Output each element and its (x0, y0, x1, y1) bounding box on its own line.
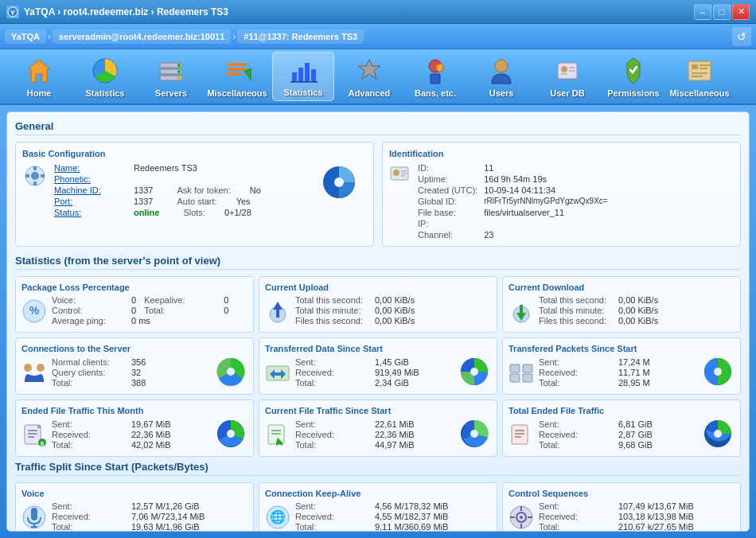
field-status-row: Status: online Slots: 0+1/28 (54, 208, 305, 217)
status-label[interactable]: Status: (54, 208, 118, 217)
stats-grid: Package Loss Percentage % Voice: 0 (15, 276, 741, 457)
cfs-sent-label: Sent: (295, 419, 367, 429)
stat-current-file-since: Current File Traffic Since Start (259, 400, 497, 457)
minimize-button[interactable]: – (694, 4, 711, 20)
addr-sep-2: › (232, 31, 236, 42)
control-data: Sent: 107,49 k/13,67 MiB Received: 103,1… (539, 501, 735, 532)
users-icon (486, 56, 516, 86)
name-label[interactable]: Name: (54, 163, 118, 173)
v-sent-label: Sent: (52, 501, 123, 511)
dl-sec-row: Total this second: 0,00 KiB/s (539, 295, 735, 305)
phonetic-label[interactable]: Phonetic: (54, 174, 118, 184)
status-value: online (134, 208, 159, 217)
window-title: YaTQA › root4.redeemer.biz › Redeemers T… (24, 6, 694, 18)
up-files-val: 0,00 KiB/s (375, 316, 415, 326)
addr-server[interactable]: serveradmin@root4.redeemer.biz:10011 (53, 29, 231, 44)
svg-point-55 (37, 364, 45, 372)
svg-rect-71 (28, 433, 37, 435)
toolbar-misc2-label: Miscellaneous (669, 88, 729, 98)
svg-rect-64 (523, 365, 532, 372)
toolbar-users[interactable]: Users (470, 52, 532, 101)
ka-sent-row: Sent: 4,56 M/178,32 MiB (295, 501, 491, 511)
svg-rect-31 (699, 64, 711, 66)
id-channel-label: Channel: (418, 230, 477, 240)
svg-rect-34 (692, 76, 703, 77)
toolbar-misc1-label: Miscellaneous (207, 88, 267, 98)
svg-point-44 (393, 170, 399, 176)
toolbar-misc2[interactable]: Miscellaneous (668, 52, 731, 101)
conn-normal-row: Normal clients: 356 (52, 357, 211, 367)
id-filebase-label: File base: (418, 208, 477, 217)
keepalive-data: Sent: 4,56 M/178,32 MiB Received: 4,55 M… (295, 501, 491, 532)
address-bar: YaTQA › serveradmin@root4.redeemer.biz:1… (0, 24, 756, 49)
home-icon (24, 56, 54, 86)
up-min-label: Total this minute: (295, 306, 367, 315)
toolbar-home[interactable]: Home (8, 52, 70, 101)
toolbar-statistics2[interactable]: Statistics (272, 52, 334, 101)
v-recv-label: Received: (52, 512, 123, 521)
stat-voice: Voice (15, 482, 254, 532)
stat-upload-body: Total this second: 0,00 KiB/s Total this… (265, 295, 491, 326)
tp-sent-label: Sent: (539, 357, 610, 367)
addr-channel[interactable]: #11@1337: Redeemers TS3 (237, 29, 364, 44)
keepalive-icon: 🌐 (265, 505, 290, 530)
name-value: Redeemers TS3 (134, 163, 197, 173)
toolbar-servers[interactable]: Servers (140, 52, 202, 101)
total-ended-file-data: Sent: 6,81 GiB Received: 2,87 GiB Total:… (539, 419, 698, 450)
toolbar-userdb[interactable]: User DB (536, 52, 598, 101)
stat-ended-file-month-body: $ Sent: 19,67 MiB Received: 22,36 MiB (21, 419, 247, 450)
tef-total-val: 9,68 GiB (618, 440, 653, 450)
stat-transferred-data-title: Transferred Data Since Start (265, 344, 491, 353)
window-controls: – □ ✕ (694, 4, 750, 20)
svg-point-42 (334, 177, 344, 187)
stat-control-body: Sent: 107,49 k/13,67 MiB Received: 103,1… (509, 501, 735, 532)
svg-rect-14 (292, 72, 297, 82)
svg-point-7 (177, 64, 181, 67)
tef-sent-label: Sent: (539, 419, 610, 429)
toolbar-advanced[interactable]: Advanced (338, 52, 400, 101)
v-total-row: Total: 19,63 M/1,96 GiB (52, 522, 247, 532)
dl-sec-val: 0,00 KiB/s (618, 295, 658, 305)
field-port-row: Port: 1337 Auto start: Yes (54, 197, 305, 206)
ended-file-month-icon: $ (21, 422, 47, 447)
conn-total-val: 388 (131, 378, 146, 388)
efm-total-val: 42,02 MiB (131, 440, 171, 450)
svg-marker-2 (28, 60, 50, 82)
advanced-icon (354, 56, 384, 86)
toolbar-statistics1[interactable]: Statistics (74, 52, 136, 101)
svg-rect-30 (692, 64, 698, 69)
machine-id-value: 1337 (134, 185, 153, 195)
ka-total-row: Total: 9,11 M/360,69 MiB (295, 522, 491, 532)
machine-id-label[interactable]: Machine ID: (54, 185, 118, 195)
id-uptime-label: Uptime: (418, 174, 477, 184)
pl-control-val: 0 (131, 306, 136, 315)
id-content: ID: 11 Uptime: 16d 9h 54m 19s Created (U… (389, 163, 734, 240)
conn-total-label: Total: (52, 378, 123, 388)
maximize-button[interactable]: □ (713, 4, 731, 20)
svg-point-25 (561, 66, 567, 72)
ka-total-val: 9,11 M/360,69 MiB (375, 522, 448, 532)
basic-config-title: Basic Configuration (22, 149, 367, 158)
stat-upload: Current Upload Total this second: 0,00 (259, 276, 497, 333)
svg-marker-69 (37, 425, 41, 428)
close-button[interactable]: ✕ (732, 4, 750, 20)
field-name-row: Name: Redeemers TS3 (54, 163, 305, 173)
tp-total-val: 28,95 M (618, 378, 650, 388)
toolbar-misc1[interactable]: Miscellaneous (206, 52, 268, 101)
tp-total-label: Total: (539, 378, 610, 388)
connections-data: Normal clients: 356 Query clients: 32 To… (52, 357, 211, 388)
svg-rect-33 (692, 72, 707, 74)
transferred-data-data: Sent: 1,45 GiB Received: 919,49 MiB Tota… (295, 357, 454, 388)
refresh-icon[interactable]: ↺ (732, 27, 751, 46)
svg-point-82 (470, 430, 478, 438)
stat-download-body: Total this second: 0,00 KiB/s Total this… (509, 295, 735, 326)
conn-query-row: Query clients: 32 (52, 368, 211, 377)
tp-recv-val: 11,71 M (618, 368, 650, 377)
svg-point-8 (177, 70, 181, 73)
addr-yatqa[interactable]: YaTQA (5, 29, 46, 44)
toolbar-permissions[interactable]: Permissions (602, 52, 664, 101)
port-label[interactable]: Port: (54, 197, 118, 206)
statistics2-icon (288, 56, 318, 85)
toolbar-bans[interactable]: ! Bans, etc. (404, 52, 466, 101)
transferred-packets-data: Sent: 17,24 M Received: 11,71 M Total: 2… (539, 357, 698, 388)
